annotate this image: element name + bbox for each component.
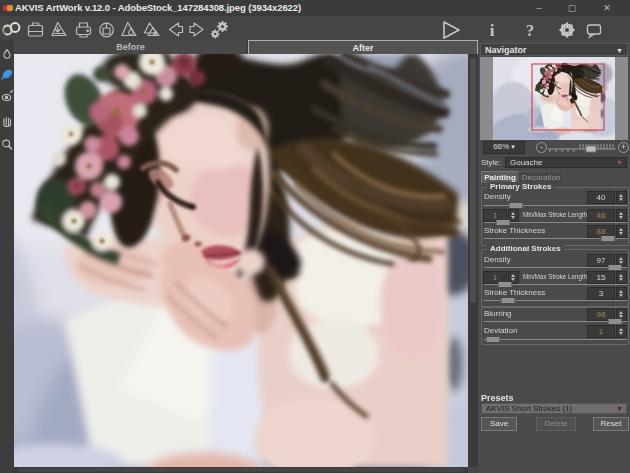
svg-text:?: ?: [526, 22, 534, 39]
svg-text:i: i: [490, 21, 495, 40]
